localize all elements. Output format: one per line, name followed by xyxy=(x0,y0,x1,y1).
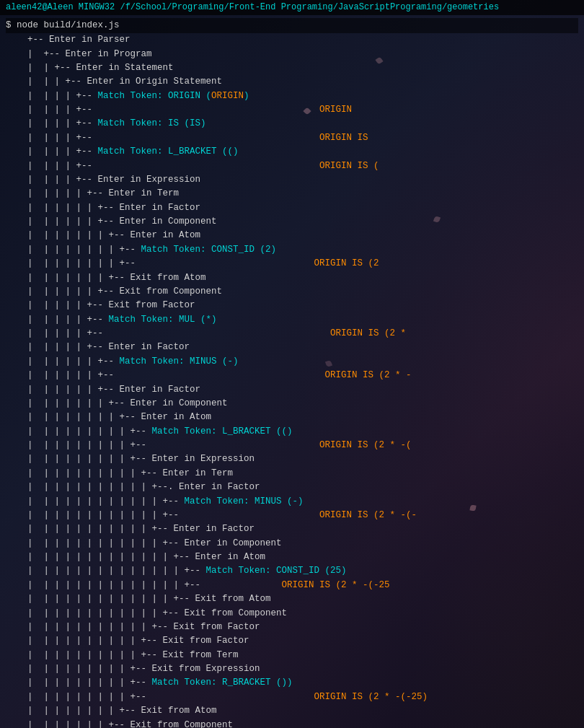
terminal-path: aleen42@Aleen MINGW32 /f/School/Programi… xyxy=(6,2,499,12)
line-27: | | | | | | | +-- Enter in Component xyxy=(6,397,578,411)
line-26: | | | | | | +-- Enter in Factor xyxy=(6,383,578,397)
line-21: | | | | | +-- Match Token: MUL (*) xyxy=(6,313,578,327)
line-15: | | | | | | | +-- Enter in Atom xyxy=(6,229,578,242)
line-37: | | | | | | | | | | | | +-- Enter in Com… xyxy=(6,537,578,551)
line-22: | | | | | +-- ORIGIN IS (2 * xyxy=(6,327,578,341)
line-43: | | | | | | | | | | | +-- Exit from Fact… xyxy=(6,620,578,634)
command-line: $ node build/index.js xyxy=(6,18,578,33)
line-10: | | | | +-- ORIGIN IS ( xyxy=(6,159,578,173)
line-34: | | | | | | | | | | | | +-- Match Token:… xyxy=(6,495,578,509)
terminal-title-bar: aleen42@Aleen MINGW32 /f/School/Programi… xyxy=(0,0,584,15)
line-5: | | | | +-- Match Token: ORIGIN (ORIGIN) xyxy=(6,89,578,103)
line-49: | | | | | | | | +-- Exit from Atom xyxy=(6,704,578,718)
line-6: | | | | +-- ORIGIN xyxy=(6,103,578,117)
line-41: | | | | | | | | | | | | | +-- Exit from … xyxy=(6,592,578,606)
terminal-window: aleen42@Aleen MINGW32 /f/School/Programi… xyxy=(0,0,584,728)
line-13: | | | | | | +-- Enter in Factor xyxy=(6,201,578,215)
line-25: | | | | | | +-- ORIGIN IS (2 * - xyxy=(6,369,578,382)
line-12: | | | | | +-- Enter in Term xyxy=(6,187,578,201)
line-16: | | | | | | | | +-- Match Token: CONST_I… xyxy=(6,243,578,257)
terminal-body: $ node build/index.js +-- Enter in Parse… xyxy=(0,15,584,728)
line-40: | | | | | | | | | | | | | | +-- ORIGIN I… xyxy=(6,579,578,592)
line-24: | | | | | | +-- Match Token: MINUS (-) xyxy=(6,355,578,369)
line-17: | | | | | | | | +-- ORIGIN IS (2 xyxy=(6,257,578,271)
line-1: +-- Enter in Parser xyxy=(6,33,578,47)
line-14: | | | | | | +-- Enter in Component xyxy=(6,215,578,229)
line-7: | | | | +-- Match Token: IS (IS) xyxy=(6,117,578,131)
line-2: | +-- Enter in Program xyxy=(6,48,578,61)
line-33: | | | | | | | | | | | +--. Enter in Fact… xyxy=(6,481,578,494)
line-29: | | | | | | | | | +-- Match Token: L_BRA… xyxy=(6,425,578,439)
line-47: | | | | | | | | | +-- Match Token: R_BRA… xyxy=(6,676,578,690)
line-35: | | | | | | | | | | | | +-- ORIGIN IS (2… xyxy=(6,509,578,522)
line-23: | | | | | +-- Enter in Factor xyxy=(6,341,578,354)
line-48: | | | | | | | | | +-- ORIGIN IS (2 * -(-… xyxy=(6,690,578,704)
line-38: | | | | | | | | | | | | | +-- Enter in A… xyxy=(6,551,578,564)
line-28: | | | | | | | | +-- Enter in Atom xyxy=(6,411,578,424)
line-11: | | | | +-- Enter in Expression xyxy=(6,173,578,187)
line-46: | | | | | | | | | +-- Exit from Expressi… xyxy=(6,662,578,676)
line-19: | | | | | | +-- Exit from Component xyxy=(6,285,578,299)
line-39: | | | | | | | | | | | | | | +-- Match To… xyxy=(6,564,578,578)
line-31: | | | | | | | | | +-- Enter in Expressio… xyxy=(6,452,578,466)
line-8: | | | | +-- ORIGIN IS xyxy=(6,131,578,145)
line-44: | | | | | | | | | | +-- Exit from Factor xyxy=(6,634,578,648)
line-30: | | | | | | | | | +-- ORIGIN IS (2 * -( xyxy=(6,439,578,452)
line-9: | | | | +-- Match Token: L_BRACKET (() xyxy=(6,145,578,159)
line-50: | | | | | | | +-- Exit from Component xyxy=(6,719,578,728)
line-45: | | | | | | | | | | +-- Exit from Term xyxy=(6,649,578,662)
line-4: | | | +-- Enter in Origin Statement xyxy=(6,75,578,89)
line-42: | | | | | | | | | | | | +-- Exit from Co… xyxy=(6,607,578,620)
line-20: | | | | | +-- Exit from Factor xyxy=(6,299,578,312)
command-text: $ node build/index.js xyxy=(6,19,120,32)
line-3: | | +-- Enter in Statement xyxy=(6,61,578,75)
line-36: | | | | | | | | | | | +-- Enter in Facto… xyxy=(6,522,578,536)
line-18: | | | | | | | +-- Exit from Atom xyxy=(6,271,578,285)
line-32: | | | | | | | | | | +-- Enter in Term xyxy=(6,467,578,481)
